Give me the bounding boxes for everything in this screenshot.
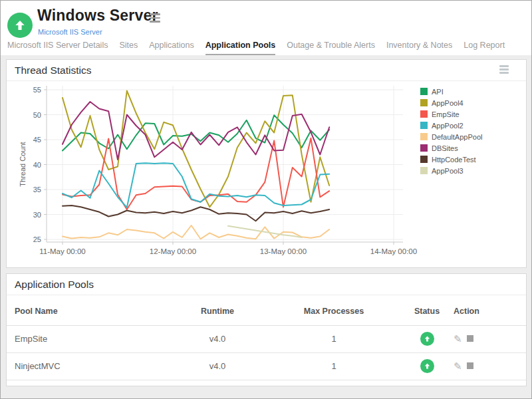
tab-outage-trouble-alerts[interactable]: Outage & Trouble Alerts [287, 41, 375, 56]
legend-swatch [420, 122, 428, 129]
action-cell: ✎ [454, 325, 526, 352]
up-arrow-icon [15, 20, 25, 31]
legend-label: AppPool3 [432, 167, 464, 175]
svg-text:13-May 00:00: 13-May 00:00 [260, 247, 307, 255]
application-pools-header: Application Pools [7, 274, 526, 295]
status-up-icon [420, 359, 434, 373]
pool-name-cell: EmpSite [7, 325, 168, 352]
application-pools-title: Application Pools [15, 279, 94, 291]
legend-item-apppool2[interactable]: AppPool2 [420, 120, 482, 131]
col-pool-name: Pool Name [7, 297, 168, 325]
svg-text:50: 50 [33, 111, 41, 119]
stop-pool-icon[interactable] [467, 335, 473, 342]
title-menu-icon[interactable] [150, 13, 160, 25]
table-row: NinjectMVC v4.0 1 ✎ [7, 352, 526, 380]
legend-label: DefaultAppPool [432, 133, 482, 141]
application-pools-panel: Application Pools Pool Name Runtime Max … [6, 273, 527, 386]
svg-text:35: 35 [33, 186, 41, 194]
status-up-icon [420, 332, 434, 346]
svg-text:14-May 00:00: 14-May 00:00 [370, 247, 417, 255]
chart-legend: APIAppPool4EmpSiteAppPool2DefaultAppPool… [420, 86, 482, 176]
svg-text:12-May 00:00: 12-May 00:00 [150, 247, 196, 255]
legend-label: API [432, 88, 444, 96]
svg-text:Thread Count: Thread Count [19, 142, 27, 186]
svg-text:55: 55 [33, 86, 41, 94]
legend-swatch [420, 133, 428, 140]
legend-item-api[interactable]: API [420, 86, 482, 97]
legend-label: AppPool2 [432, 122, 464, 130]
pool-name-cell: NinjectMVC [7, 352, 168, 380]
action-cell: ✎ [454, 352, 526, 380]
legend-swatch [420, 88, 428, 95]
app-window: Windows Server Microsoft IIS Server Micr… [0, 0, 532, 399]
legend-label: AppPool4 [432, 99, 464, 107]
legend-item-apppool3[interactable]: AppPool3 [420, 165, 482, 176]
legend-item-dbsites[interactable]: DBSites [420, 142, 482, 154]
col-max-processes: Max Processes [267, 297, 400, 325]
max-processes-cell: 1 [267, 352, 400, 380]
tab-microsoft-iis-server-details[interactable]: Microsoft IIS Server Details [7, 41, 108, 56]
legend-swatch [420, 99, 428, 106]
thread-statistics-title: Thread Statistics [15, 65, 91, 76]
tab-log-report[interactable]: Log Report [464, 41, 505, 56]
stop-pool-icon[interactable] [467, 362, 473, 369]
legend-swatch [420, 156, 428, 163]
edit-pool-icon[interactable]: ✎ [454, 334, 462, 344]
chart-menu-icon[interactable] [499, 65, 509, 75]
series-line-defaultapppool [63, 225, 329, 239]
svg-text:45: 45 [33, 136, 41, 144]
svg-text:40: 40 [33, 161, 41, 169]
max-processes-cell: 1 [267, 325, 400, 352]
legend-label: HttpCodeTest [432, 156, 476, 164]
page-header: Windows Server Microsoft IIS Server Micr… [1, 1, 531, 55]
svg-text:11-May 00:00: 11-May 00:00 [39, 247, 85, 255]
status-cell [400, 352, 454, 380]
table-row: EmpSite v4.0 1 ✎ [7, 325, 526, 352]
legend-swatch [420, 110, 428, 118]
application-pools-table: Pool Name Runtime Max Processes Status A… [7, 297, 526, 380]
tab-applications[interactable]: Applications [149, 41, 194, 56]
thread-statistics-panel: Thread Statistics 2530354045505511-May 0… [6, 59, 527, 268]
svg-text:25: 25 [33, 235, 41, 243]
server-type-link[interactable]: Microsoft IIS Server [38, 28, 102, 36]
legend-label: EmpSite [432, 110, 460, 118]
series-line-empsite [63, 138, 329, 209]
series-line-httpcodetest [63, 205, 329, 221]
table-header-row: Pool Name Runtime Max Processes Status A… [7, 297, 526, 325]
runtime-cell: v4.0 [168, 352, 267, 380]
legend-item-httpcodetest[interactable]: HttpCodeTest [420, 154, 482, 165]
server-status-icon [7, 13, 33, 38]
col-action: Action [454, 297, 526, 325]
legend-swatch [420, 167, 428, 174]
legend-label: DBSites [432, 144, 458, 152]
edit-pool-icon[interactable]: ✎ [454, 361, 462, 371]
runtime-cell: v4.0 [168, 325, 267, 352]
tab-sites[interactable]: Sites [119, 41, 138, 56]
tab-bar: Microsoft IIS Server DetailsSitesApplica… [7, 41, 505, 56]
legend-swatch [420, 144, 428, 152]
page-title: Windows Server [37, 7, 158, 25]
col-status: Status [400, 297, 454, 325]
legend-item-apppool4[interactable]: AppPool4 [420, 97, 482, 108]
legend-item-defaultapppool[interactable]: DefaultAppPool [420, 131, 482, 142]
legend-item-empsite[interactable]: EmpSite [420, 108, 482, 120]
col-runtime: Runtime [168, 297, 267, 325]
tab-application-pools[interactable]: Application Pools [205, 41, 276, 56]
svg-text:30: 30 [33, 211, 41, 219]
status-cell [400, 325, 454, 352]
series-line-api [63, 115, 329, 150]
tab-inventory-notes[interactable]: Inventory & Notes [386, 41, 452, 56]
